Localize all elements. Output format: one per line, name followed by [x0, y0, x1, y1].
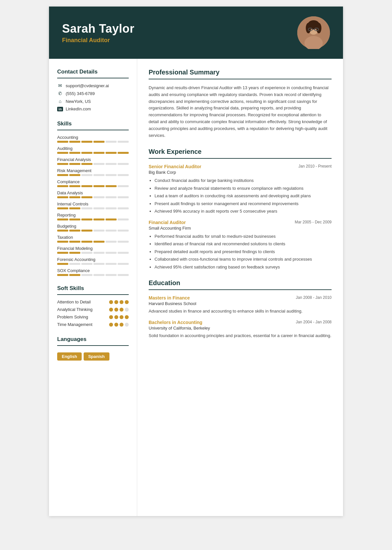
- skill-item: Accounting: [57, 135, 129, 143]
- main-content: Professional Summary Dynamic and results…: [137, 59, 343, 516]
- skill-bar-segment: [57, 274, 68, 276]
- edu-header: Masters in Finance Jan 2008 - Jan 2010: [149, 295, 332, 300]
- job-bullets: Conduct financial audits for large banki…: [149, 177, 332, 215]
- edu-description: Advanced studies in finance and accounti…: [149, 308, 332, 315]
- skill-bar-segment: [118, 163, 129, 165]
- job-dates: Jan 2010 - Present: [299, 164, 332, 169]
- skill-bar-segment: [93, 163, 105, 165]
- job-entry: Senior Financial Auditor Jan 2010 - Pres…: [149, 164, 332, 215]
- skill-bar-segment: [106, 163, 117, 165]
- job-bullets: Performed financial audits for small to …: [149, 233, 332, 270]
- edu-dates: Jan 2004 - Jan 2008: [296, 320, 332, 324]
- skill-item: Financial Modeling: [57, 246, 129, 254]
- skill-bar-segment: [81, 163, 92, 165]
- skill-bar: [57, 152, 129, 154]
- bullet-item: Collaborated with cross-functional teams…: [155, 256, 332, 263]
- job-header: Financial Auditor Mar 2005 - Dec 2009: [149, 220, 332, 225]
- skill-item: Budgeting: [57, 224, 129, 232]
- job-company: Small Accounting Firm: [149, 226, 332, 231]
- skill-bar-segment: [81, 263, 92, 265]
- skill-item: Data Analysis: [57, 190, 129, 198]
- edu-degree: Masters in Finance: [149, 295, 190, 300]
- skill-bar-segment: [69, 163, 80, 165]
- language-tag: Spanish: [84, 352, 109, 361]
- skill-bar-segment: [118, 207, 129, 209]
- skill-bar: [57, 141, 129, 143]
- skill-bar-segment: [81, 196, 92, 198]
- phone-icon: ✆: [57, 91, 63, 96]
- skill-bar-segment: [106, 141, 117, 143]
- dot: [120, 308, 123, 312]
- dot: [114, 315, 118, 319]
- bullet-item: Conduct financial audits for large banki…: [155, 177, 332, 184]
- skill-item: Financial Analysis: [57, 157, 129, 165]
- soft-skill-item: Time Management: [57, 322, 129, 327]
- languages-title: Languages: [57, 336, 129, 343]
- skill-bar-segment: [57, 152, 68, 154]
- skill-bar-segment: [118, 241, 129, 243]
- skill-name: Budgeting: [57, 224, 129, 229]
- skill-item: SOX Compliance: [57, 268, 129, 276]
- dot: [109, 300, 113, 304]
- contact-location-value: NewYork, US: [66, 99, 91, 104]
- summary-title: Professional Summary: [149, 69, 332, 76]
- skills-list: Accounting Auditing Financial Analysis R…: [57, 135, 129, 276]
- skill-bar-segment: [93, 174, 105, 176]
- jobs-list: Senior Financial Auditor Jan 2010 - Pres…: [149, 164, 332, 270]
- skills-section: Skills Accounting Auditing Financial Ana…: [57, 121, 129, 276]
- skill-bar-segment: [57, 263, 68, 265]
- skill-bar-segment: [81, 174, 92, 176]
- edu-entry: Bachelors in Accounting Jan 2004 - Jan 2…: [149, 320, 332, 339]
- skill-bar-segment: [93, 196, 105, 198]
- sidebar: Contact Details ✉ support@cvdesigner.ai …: [49, 59, 137, 516]
- dot: [125, 315, 129, 319]
- soft-skill-item: Analytical Thinking: [57, 307, 129, 312]
- education-divider: [149, 289, 332, 290]
- job-entry: Financial Auditor Mar 2005 - Dec 2009 Sm…: [149, 220, 332, 270]
- skill-bar-segment: [57, 185, 68, 187]
- skill-name: Internal Controls: [57, 202, 129, 206]
- dot: [120, 315, 123, 319]
- resume-container: Sarah Taylor Financial Auditor: [49, 7, 343, 516]
- bullet-item: Achieved 99% accuracy in audit reports o…: [155, 208, 332, 215]
- soft-skill-name: Problem Solving: [57, 315, 88, 319]
- contact-section: Contact Details ✉ support@cvdesigner.ai …: [57, 69, 129, 111]
- skill-bar-segment: [106, 196, 117, 198]
- skill-name: Financial Modeling: [57, 246, 129, 251]
- skill-bar-segment: [93, 241, 105, 243]
- skill-bar-segment: [69, 218, 80, 220]
- skill-bar-segment: [81, 207, 92, 209]
- skill-bar-segment: [118, 152, 129, 154]
- skill-bar: [57, 252, 129, 254]
- skill-bar-segment: [69, 141, 80, 143]
- soft-skills-title: Soft Skills: [57, 285, 129, 292]
- bullet-item: Lead a team of auditors in conducting ri…: [155, 193, 332, 199]
- skill-bar-segment: [69, 185, 80, 187]
- edu-degree: Bachelors in Accounting: [149, 320, 202, 325]
- edu-dates: Jan 2008 - Jan 2010: [296, 295, 332, 300]
- soft-skill-item: Attention to Detail: [57, 299, 129, 304]
- skill-bar-segment: [57, 163, 68, 165]
- job-company: Big Bank Corp: [149, 170, 332, 175]
- skill-bar-segment: [106, 230, 117, 232]
- soft-skills-divider: [57, 294, 129, 295]
- skill-bar-segment: [93, 274, 105, 276]
- soft-skill-item: Problem Solving: [57, 315, 129, 319]
- skill-bar: [57, 218, 129, 220]
- dots: [109, 300, 129, 304]
- skill-bar: [57, 196, 129, 198]
- skill-bar: [57, 241, 129, 243]
- job-header: Senior Financial Auditor Jan 2010 - Pres…: [149, 164, 332, 169]
- soft-skill-name: Attention to Detail: [57, 299, 91, 304]
- job-title: Senior Financial Auditor: [149, 164, 201, 169]
- skill-name: Accounting: [57, 135, 129, 140]
- skill-bar-segment: [93, 230, 105, 232]
- dot: [120, 300, 123, 304]
- bullet-item: Identified areas of financial risk and r…: [155, 241, 332, 247]
- dot: [109, 323, 113, 327]
- edu-list: Masters in Finance Jan 2008 - Jan 2010 H…: [149, 295, 332, 339]
- skill-bar-segment: [93, 141, 105, 143]
- skill-bar-segment: [93, 207, 105, 209]
- skill-bar: [57, 185, 129, 187]
- edu-description: Solid foundation in accounting principle…: [149, 332, 332, 339]
